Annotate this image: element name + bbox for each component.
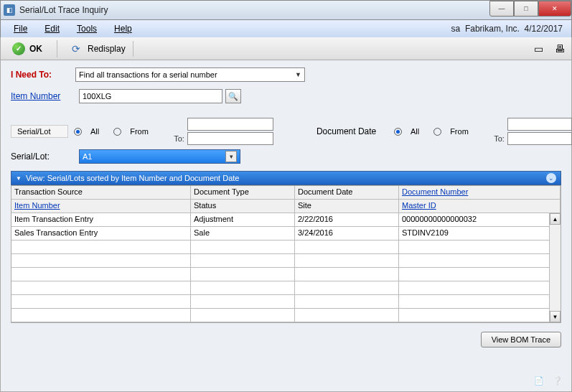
grid-header-row-1: Transaction Source Document Type Documen… — [11, 186, 561, 200]
docdate-to-input[interactable] — [507, 132, 572, 145]
grid-body: Item Transaction Entry Adjustment 2/22/2… — [11, 213, 561, 322]
redisplay-button[interactable]: ⟳ Redisplay — [65, 41, 133, 57]
toolbar: ✓ OK ⟳ Redisplay ▭ 🖶 — [0, 37, 572, 60]
table-row — [11, 241, 561, 254]
menu-tools[interactable]: Tools — [68, 22, 106, 36]
item-number-lookup[interactable]: 🔍 — [225, 89, 241, 103]
menu-edit[interactable]: Edit — [36, 22, 68, 36]
docdate-to-label: To: — [483, 134, 505, 143]
note-icon[interactable]: 📄 — [533, 374, 545, 387]
context-user: sa — [451, 24, 461, 34]
serial-lot-filter: Serial/Lot All From To: — [11, 118, 273, 145]
docdate-from-label: From — [450, 127, 469, 136]
document-date-filter-label: Document Date — [317, 126, 388, 136]
expand-icon[interactable]: ⌄ — [546, 173, 556, 183]
serial-to-label: To: — [163, 134, 184, 143]
serial-all-label: All — [90, 127, 99, 136]
redisplay-label: Redisplay — [88, 44, 126, 54]
col-site[interactable]: Site — [295, 200, 399, 213]
cell: STDINV2109 — [399, 227, 561, 240]
col-document-date[interactable]: Document Date — [295, 186, 399, 199]
document-date-filter: Document Date All From 📅 To:📅 — [317, 118, 572, 145]
window-controls: — □ ✕ — [489, 1, 571, 17]
table-row — [11, 281, 561, 295]
print-icon[interactable]: 🖶 — [553, 42, 567, 56]
serial-lot-filter-label: Serial/Lot — [11, 125, 68, 138]
maximize-button[interactable]: □ — [514, 1, 538, 17]
col-transaction-source[interactable]: Transaction Source — [11, 186, 191, 199]
serial-from-input[interactable] — [187, 118, 273, 131]
col-status[interactable]: Status — [191, 200, 295, 213]
titlebar: ◧ Serial/Lot Trace Inquiry — □ ✕ — [0, 0, 572, 20]
serial-lot-dropdown[interactable]: A1 ▾ — [79, 149, 240, 164]
docdate-all-radio[interactable] — [394, 128, 402, 136]
scroll-up-icon[interactable]: ▲ — [550, 213, 561, 225]
menu-help[interactable]: Help — [106, 22, 141, 36]
serial-from-label: From — [130, 127, 149, 136]
ok-button[interactable]: ✓ OK — [5, 40, 50, 57]
cell: Item Transaction Entry — [11, 213, 191, 226]
table-row — [11, 309, 561, 322]
serial-lot-value: A1 — [83, 152, 92, 161]
serial-from-radio[interactable] — [113, 128, 121, 136]
table-row[interactable]: Item Transaction Entry Adjustment 2/22/2… — [11, 213, 561, 227]
notes-icon[interactable]: ▭ — [531, 42, 545, 56]
table-row — [11, 268, 561, 281]
minimize-button[interactable]: — — [489, 1, 514, 17]
close-button[interactable]: ✕ — [538, 1, 571, 17]
item-number-label[interactable]: Item Number — [11, 91, 79, 101]
view-bar[interactable]: ▼ View: Serial/Lots sorted by Item Numbe… — [11, 171, 561, 185]
col-master-id[interactable]: Master ID — [399, 200, 561, 213]
context-company: Fabrikam, Inc. — [465, 24, 520, 34]
grid-header-row-2: Item Number Status Site Master ID — [11, 200, 561, 213]
scrollbar[interactable]: ▲ ▼ — [549, 213, 561, 322]
col-document-number[interactable]: Document Number — [399, 186, 561, 199]
cell: 3/24/2016 — [295, 227, 399, 240]
refresh-icon: ⟳ — [72, 43, 83, 55]
menubar: File Edit Tools Help sa Fabrikam, Inc. 4… — [0, 20, 572, 37]
ok-label: OK — [29, 44, 42, 54]
menu-file[interactable]: File — [5, 22, 36, 36]
serial-lot-select-label: Serial/Lot: — [11, 151, 79, 162]
scroll-down-icon[interactable]: ▼ — [550, 311, 561, 322]
table-row — [11, 295, 561, 309]
col-item-number[interactable]: Item Number — [11, 200, 191, 213]
cell: 00000000000000032 — [399, 213, 561, 226]
i-need-to-dropdown[interactable]: Find all transactions for a serial numbe… — [75, 67, 305, 82]
i-need-to-value: Find all transactions for a serial numbe… — [79, 70, 217, 79]
chevron-down-icon: ▾ — [225, 151, 237, 162]
serial-to-input[interactable] — [187, 132, 273, 145]
help-icon[interactable]: ❔ — [551, 374, 564, 387]
col-document-type[interactable]: Document Type — [191, 186, 295, 199]
content-area: I Need To: Find all transactions for a s… — [0, 60, 572, 392]
table-row — [11, 254, 561, 268]
context-date: 4/12/2017 — [525, 24, 563, 34]
context-info: sa Fabrikam, Inc. 4/12/2017 — [451, 24, 567, 34]
table-row[interactable]: Sales Transaction Entry Sale 3/24/2016 S… — [11, 227, 561, 241]
window-title: Serial/Lot Trace Inquiry — [19, 5, 108, 15]
search-icon: 🔍 — [228, 92, 238, 101]
i-need-to-label: I Need To: — [11, 70, 75, 80]
cell: Adjustment — [191, 213, 295, 226]
docdate-all-label: All — [411, 127, 419, 136]
results-grid: Transaction Source Document Type Documen… — [11, 185, 561, 323]
view-bom-trace-button[interactable]: View BOM Trace — [481, 332, 561, 347]
chevron-down-icon: ▼ — [295, 71, 301, 78]
view-bar-text: View: Serial/Lots sorted by Item Number … — [26, 174, 240, 182]
serial-all-radio[interactable] — [74, 128, 82, 136]
cell: 2/22/2016 — [295, 213, 399, 226]
chevron-down-icon: ▼ — [16, 175, 22, 182]
docdate-from-radio[interactable] — [433, 128, 441, 136]
app-icon: ◧ — [4, 4, 15, 16]
check-icon: ✓ — [12, 42, 25, 55]
docdate-from-input[interactable] — [507, 118, 572, 131]
cell: Sales Transaction Entry — [11, 227, 191, 240]
view-bom-trace-label: View BOM Trace — [492, 335, 550, 344]
cell: Sale — [191, 227, 295, 240]
item-number-input[interactable] — [79, 89, 222, 103]
